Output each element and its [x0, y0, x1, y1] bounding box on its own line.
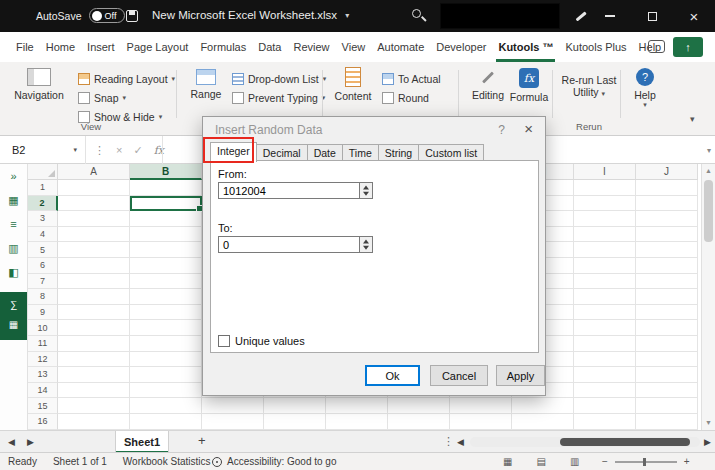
row-header-14[interactable]: 14: [28, 383, 58, 399]
close-button[interactable]: ×: [673, 0, 715, 32]
navigation-button[interactable]: Navigation: [10, 66, 68, 122]
row-header-11[interactable]: 11: [28, 336, 58, 352]
row-header-1[interactable]: 1: [28, 180, 58, 196]
kutools-list-icon[interactable]: ≡: [0, 212, 27, 236]
spin-up-icon[interactable]: [360, 237, 372, 245]
expand-formula-bar-icon[interactable]: ▾: [707, 146, 711, 155]
column-header-b[interactable]: B: [130, 164, 202, 180]
to-input[interactable]: 0: [218, 236, 373, 253]
selected-cell-b2[interactable]: [130, 196, 202, 212]
row-header-15[interactable]: 15: [28, 398, 58, 414]
autosave-switch[interactable]: Off: [89, 8, 125, 23]
cancel-button[interactable]: Cancel: [430, 365, 488, 386]
zoom-slider-thumb[interactable]: [643, 458, 646, 466]
sheet-prev-icon[interactable]: ◀: [8, 437, 15, 447]
spin-down-icon[interactable]: [360, 191, 372, 199]
to-spinner[interactable]: [359, 236, 373, 253]
ribbon-collapse-icon[interactable]: ▾: [690, 114, 695, 124]
zoom-slider[interactable]: [615, 461, 677, 463]
tab-developer[interactable]: Developer: [430, 32, 492, 62]
sum-tool-icon[interactable]: ∑: [0, 295, 27, 315]
tab-insert[interactable]: Insert: [81, 32, 121, 62]
dialog-close-icon[interactable]: ×: [524, 120, 533, 137]
help-button[interactable]: ? Help ▾: [626, 66, 664, 122]
row-header-5[interactable]: 5: [28, 242, 58, 258]
zoom-out-icon[interactable]: −: [602, 456, 608, 467]
scroll-down-icon[interactable]: ▼: [702, 416, 715, 430]
row-header-16[interactable]: 16: [28, 414, 58, 430]
range-button[interactable]: Range: [184, 66, 228, 122]
tab-kutools-plus[interactable]: Kutools Plus: [559, 32, 632, 62]
accessibility-status[interactable]: Accessibility: Good to go: [212, 453, 337, 470]
add-sheet-icon[interactable]: +: [198, 433, 206, 448]
page-layout-view-icon[interactable]: ▤: [536, 456, 545, 467]
autosave-toggle[interactable]: AutoSave Off: [36, 8, 125, 23]
share-button[interactable]: ↑: [673, 37, 703, 57]
tab-kutools[interactable]: Kutools ™: [492, 32, 559, 62]
tab-integer[interactable]: Integer: [210, 142, 257, 162]
pane-toggle-icon[interactable]: »: [0, 164, 27, 188]
kutools-calendar-icon[interactable]: ▦: [0, 188, 27, 212]
cells-area-left[interactable]: [58, 180, 202, 430]
row-header-4[interactable]: 4: [28, 227, 58, 243]
rerun-last-utility-button[interactable]: Re-run Last Utility ▾: [558, 66, 620, 122]
select-all-corner[interactable]: [28, 164, 58, 180]
column-header-j[interactable]: J: [636, 164, 698, 180]
round-button[interactable]: Round: [382, 89, 429, 106]
name-box[interactable]: B2 ▾: [0, 136, 86, 164]
kutools-split-icon[interactable]: ◧: [0, 260, 27, 284]
editing-button[interactable]: Editing: [468, 66, 508, 122]
tab-formulas[interactable]: Formulas: [194, 32, 252, 62]
maximize-button[interactable]: [631, 0, 673, 32]
sheet-tab-sheet1[interactable]: Sheet1: [115, 431, 169, 453]
sheet-options-icon[interactable]: ⋮: [443, 435, 454, 448]
dialog-help-icon[interactable]: ?: [498, 123, 505, 137]
row-header-13[interactable]: 13: [28, 367, 58, 383]
formula-button[interactable]: fx Formula: [508, 66, 550, 122]
page-break-view-icon[interactable]: ▥: [570, 456, 579, 467]
from-input[interactable]: 1012004: [218, 182, 373, 199]
drag-handle-icon[interactable]: ⋮: [94, 144, 105, 157]
grid-tool-icon[interactable]: ▦: [0, 315, 27, 335]
content-button[interactable]: Content: [330, 66, 376, 122]
minimize-button[interactable]: [589, 0, 631, 32]
unique-values-checkbox[interactable]: Unique values: [218, 335, 305, 347]
comments-icon[interactable]: [648, 40, 665, 53]
vertical-scroll-thumb[interactable]: [704, 180, 713, 242]
kutools-chart-icon[interactable]: ▥: [0, 236, 27, 260]
tab-review[interactable]: Review: [287, 32, 335, 62]
cancel-entry-icon[interactable]: ×: [116, 144, 122, 156]
search-icon[interactable]: [412, 9, 427, 24]
row-header-6[interactable]: 6: [28, 258, 58, 274]
row-header-3[interactable]: 3: [28, 211, 58, 227]
reading-layout-button[interactable]: Reading Layout ▾: [78, 70, 175, 87]
tab-page-layout[interactable]: Page Layout: [121, 32, 195, 62]
tab-home[interactable]: Home: [40, 32, 81, 62]
apply-button[interactable]: Apply: [496, 365, 545, 386]
to-actual-button[interactable]: To Actual: [382, 70, 441, 87]
row-header-9[interactable]: 9: [28, 305, 58, 321]
save-icon[interactable]: [126, 10, 138, 22]
row-header-7[interactable]: 7: [28, 274, 58, 290]
horizontal-scrollbar[interactable]: [470, 437, 700, 447]
row-header-2[interactable]: 2: [28, 196, 58, 212]
tab-file[interactable]: File: [10, 32, 40, 62]
spin-up-icon[interactable]: [360, 183, 372, 191]
spin-down-icon[interactable]: [360, 245, 372, 253]
column-header-a[interactable]: A: [58, 164, 130, 180]
snap-button[interactable]: Snap ▾: [78, 89, 126, 106]
checkbox-icon[interactable]: [218, 335, 230, 347]
scroll-up-icon[interactable]: ▲: [702, 164, 715, 178]
confirm-entry-icon[interactable]: ✓: [133, 144, 142, 157]
tab-view[interactable]: View: [336, 32, 372, 62]
hscroll-left-icon[interactable]: ◀: [457, 431, 464, 453]
hscroll-right-icon[interactable]: ▶: [704, 431, 711, 453]
normal-view-icon[interactable]: ▦: [503, 456, 512, 467]
prevent-typing-button[interactable]: Prevent Typing ▾: [232, 89, 325, 106]
vertical-scrollbar[interactable]: ▲ ▼: [701, 164, 715, 430]
horizontal-scroll-thumb[interactable]: [560, 438, 690, 446]
sheet-next-icon[interactable]: ▶: [27, 437, 34, 447]
from-spinner[interactable]: [359, 182, 373, 199]
workbook-statistics[interactable]: Workbook Statistics: [123, 456, 211, 467]
row-header-8[interactable]: 8: [28, 289, 58, 305]
